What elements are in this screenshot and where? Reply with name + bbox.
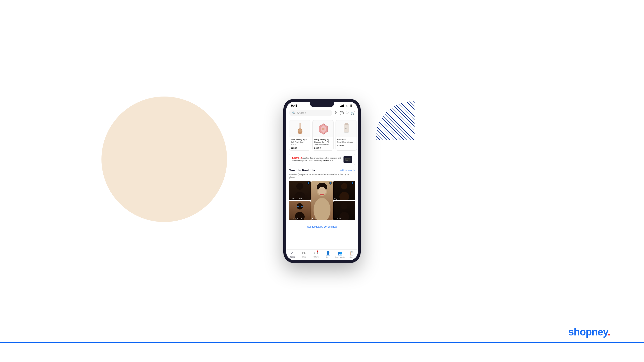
svg-point-25 [341, 203, 347, 209]
svg-point-2 [298, 129, 302, 132]
store-icon: 📋 [349, 251, 354, 256]
real-life-header: See It In Real Life + Add your photo [289, 168, 355, 172]
credit-card-icon [344, 156, 352, 163]
wifi-icon: ▲ [346, 104, 348, 107]
promo-details: DETAILS ▸ [324, 160, 333, 162]
product-name-1: Soft Pinch Blush Brush [291, 141, 309, 146]
wishlist-icon[interactable]: ♡ [346, 111, 349, 115]
svg-rect-10 [346, 159, 350, 159]
background-circle [102, 96, 227, 222]
bottom-decorative-line [0, 342, 644, 343]
microphone-icon[interactable]: 🎙 [334, 111, 338, 115]
real-life-description: Mention @Sephora for a chance to be feat… [289, 173, 355, 179]
signal-bar-3 [342, 105, 343, 107]
svg-rect-11 [346, 160, 348, 160]
product-name-3: Pore Diff... - Always [337, 141, 355, 143]
svg-point-19 [341, 183, 347, 189]
signal-bar-4 [343, 104, 344, 107]
photo-label-4: anastasia_forreal [290, 218, 302, 220]
community-icon: 👥 [338, 251, 342, 256]
shopney-logo: shopney. [568, 326, 610, 338]
user-icon-1: 👤 [307, 182, 310, 185]
phone-frame: 9:41 ▲ ▓ 🔍 Search 🎙 💬 ♡ [283, 99, 361, 263]
photo-item-4[interactable]: anastasia_forreal [289, 201, 311, 220]
john-label: John [326, 256, 330, 258]
search-bar[interactable]: 🔍 Search 🎙 💬 ♡ 🛒 [286, 108, 358, 118]
product-image-1 [290, 120, 310, 137]
product-image-2 [312, 120, 334, 137]
svg-point-12 [296, 183, 303, 190]
user-icon-2: 👤 [329, 182, 332, 185]
photo-label-2: Thae1 [312, 218, 316, 220]
chat-icon[interactable]: 💬 [340, 111, 344, 115]
battery-icon: ▓ [350, 104, 353, 107]
profile-icon: 👤 [326, 251, 330, 256]
offers-dot [317, 251, 318, 252]
shop-icon: 🛍 [302, 251, 306, 255]
nav-item-john[interactable]: 👤 John [323, 251, 333, 258]
nav-item-store[interactable]: 📋 Sto... [346, 251, 357, 258]
scroll-content: Rare Beauty by Sel... Soft Pinch Blush B… [286, 118, 358, 249]
shop-label: Shop [302, 256, 306, 258]
offers-label: Offers [313, 256, 318, 258]
search-placeholder: Search [297, 111, 306, 115]
nav-item-community[interactable]: 👥 Community [334, 251, 345, 258]
svg-point-15 [314, 198, 330, 220]
product-price-2: $42.00 [314, 147, 332, 149]
product-scroll: Rare Beauty by Sel... Soft Pinch Blush B… [286, 118, 358, 153]
photo-label-5: cokebottl... [334, 218, 342, 220]
promo-highlight: Get 25% off [292, 157, 302, 159]
offers-icon: 🏷 [314, 251, 318, 255]
product-info-3: Rare Bea... Pore Diff... - Always $28.00 [336, 137, 356, 148]
store-label: Sto... [350, 256, 354, 258]
product-image-3: RB [336, 120, 357, 137]
product-card-2[interactable]: Fenty Beauty by Ri... Diamond Bomb All-O… [312, 120, 334, 151]
product-brand-3: Rare Bea... [337, 138, 355, 141]
photo-label-1: MrsSLawson2018 [290, 198, 302, 200]
svg-rect-7 [345, 123, 348, 125]
real-life-section: See It In Real Life + Add your photo Men… [286, 167, 358, 222]
product-brand-2: Fenty Beauty by Ri... [314, 138, 332, 141]
phone-screen: 9:41 ▲ ▓ 🔍 Search 🎙 💬 ♡ [286, 102, 358, 260]
home-label: Home [290, 256, 295, 258]
home-icon: ⌂ [291, 251, 294, 255]
status-time: 9:41 [291, 104, 297, 107]
user-icon-3: 👤 [351, 182, 354, 185]
svg-point-18 [320, 194, 324, 195]
photo-item-3[interactable]: 👤 krig... [333, 181, 355, 200]
signal-bar-1 [340, 106, 341, 107]
svg-point-24 [301, 206, 303, 207]
phone-notch [310, 102, 334, 107]
nav-item-home[interactable]: ⌂ Home [287, 251, 298, 258]
photo-label-3: krig... [334, 198, 338, 200]
svg-point-5 [322, 128, 324, 130]
svg-text:RB: RB [346, 128, 347, 130]
status-icons: ▲ ▓ [340, 104, 353, 107]
background-stripes [376, 101, 414, 140]
feedback-area[interactable]: App feedback? Let us know [286, 222, 358, 231]
add-photo-button[interactable]: + Add your photo [338, 169, 355, 171]
product-card-3[interactable]: RB Rare Bea... Pore Diff... - Always $28… [336, 120, 357, 151]
cart-icon[interactable]: 🛒 [351, 111, 355, 115]
promo-banner[interactable]: Get 25% off your first Sephora purchase … [289, 154, 355, 165]
photo-grid: 👤 MrsSLawson2018 [289, 181, 355, 220]
photo-item-2[interactable]: 👤 Thae1 [311, 181, 333, 220]
search-icon: 🔍 [292, 111, 296, 115]
product-name-2: Diamond Bomb All-Over Diamond Veil [314, 141, 332, 146]
feedback-text[interactable]: App feedback? Let us know [307, 225, 337, 228]
photo-item-1[interactable]: 👤 MrsSLawson2018 [289, 181, 311, 200]
bottom-nav: ⌂ Home 🛍 Shop 🏷 Offers 👤 John 👥 Commu [286, 249, 358, 260]
svg-point-20 [340, 192, 349, 200]
product-info-2: Fenty Beauty by Ri... Diamond Bomb All-O… [312, 137, 333, 150]
product-price-3: $28.00 [337, 144, 355, 147]
product-price-1: $23.00 [291, 147, 309, 149]
community-label: Community [335, 256, 345, 258]
photo-item-5[interactable]: cokebottl... [333, 201, 355, 220]
product-brand-1: Rare Beauty by Sel... [291, 138, 309, 141]
nav-item-offers[interactable]: 🏷 Offers [311, 251, 321, 258]
product-card-1[interactable]: Rare Beauty by Sel... Soft Pinch Blush B… [289, 120, 310, 151]
search-input-area[interactable]: 🔍 Search [289, 110, 332, 116]
nav-item-shop[interactable]: 🛍 Shop [299, 251, 310, 258]
promo-text: Get 25% off your first Sephora purchase … [292, 157, 342, 162]
signal-bars [340, 104, 344, 107]
